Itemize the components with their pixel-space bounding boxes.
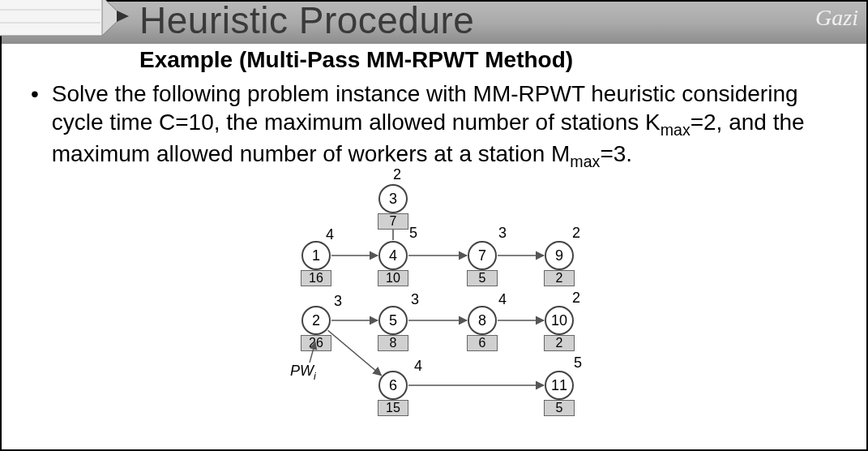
kmax-sub: max bbox=[661, 121, 691, 139]
precedence-diagram: 116422633724105583615475386492210221155 … bbox=[285, 172, 634, 448]
pw-pointer-arrow bbox=[285, 172, 634, 448]
svg-line-5 bbox=[310, 342, 315, 363]
bullet-text-post: =3. bbox=[600, 141, 632, 166]
slide: Heuristic Procedure Gazi Example (Multi-… bbox=[0, 0, 868, 451]
bullet-item: • Solve the following problem instance w… bbox=[24, 79, 850, 171]
slide-title: Heuristic Procedure bbox=[139, 0, 474, 42]
signature: Gazi bbox=[815, 5, 858, 31]
bullet-text: Solve the following problem instance wit… bbox=[52, 79, 845, 171]
slide-subtitle: Example (Multi-Pass MM-RPWT Method) bbox=[139, 47, 573, 73]
svg-marker-2 bbox=[117, 11, 129, 22]
mmax-sub: max bbox=[570, 152, 600, 170]
pencil-icon bbox=[0, 0, 135, 45]
bullet-marker: • bbox=[24, 79, 45, 108]
pw-pointer-sub: i bbox=[314, 371, 316, 382]
pw-pointer-label: PWi bbox=[290, 363, 316, 382]
pw-pointer-text: PW bbox=[290, 363, 314, 379]
